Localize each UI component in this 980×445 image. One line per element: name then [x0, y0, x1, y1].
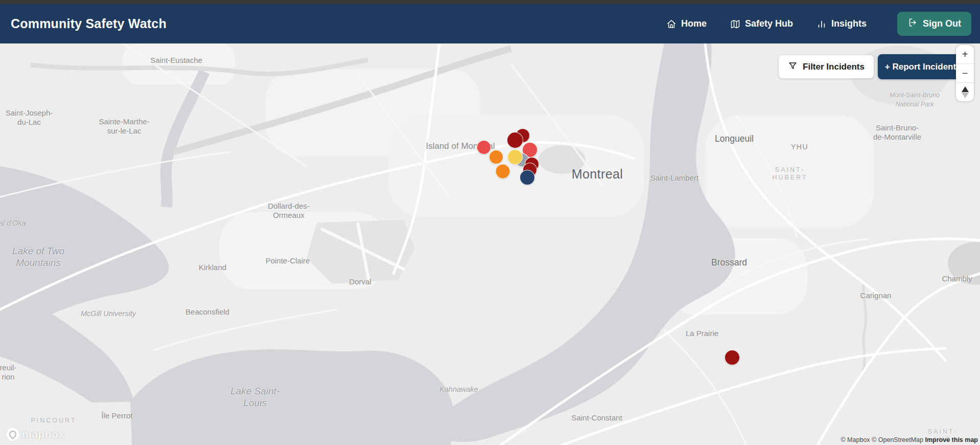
incident-marker[interactable] — [477, 140, 491, 154]
mapbox-logo[interactable]: mapbox — [6, 428, 65, 441]
logout-icon — [907, 17, 918, 30]
incident-marker[interactable] — [520, 170, 535, 185]
nav-label-safety-hub: Safety Hub — [745, 18, 793, 29]
incident-marker[interactable] — [489, 150, 503, 164]
nav-label-home: Home — [681, 18, 707, 29]
app-header: Community Safety Watch Home Safety Hub — [0, 4, 980, 43]
map-tiles — [0, 43, 980, 445]
compass-needle-icon — [962, 86, 969, 98]
compass-button[interactable] — [956, 82, 974, 101]
nav-label-insights: Insights — [831, 18, 867, 29]
map-canvas[interactable]: Saint-EustacheSaint-Joseph- du-LacSainte… — [0, 43, 980, 445]
filter-incidents-label: Filter Incidents — [803, 62, 865, 72]
map-navigation-control: + − — [956, 45, 974, 101]
incident-marker[interactable] — [496, 164, 510, 179]
incident-marker[interactable] — [725, 350, 740, 365]
sign-out-button[interactable]: Sign Out — [897, 12, 971, 36]
report-incident-button[interactable]: + Report Incident — [878, 54, 963, 79]
page-title: Community Safety Watch — [11, 16, 167, 31]
nav-item-safety-hub[interactable]: Safety Hub — [730, 18, 793, 29]
nav-item-home[interactable]: Home — [666, 18, 707, 29]
incident-marker[interactable] — [507, 132, 523, 148]
zoom-in-button[interactable]: + — [956, 45, 974, 63]
funnel-icon — [788, 61, 798, 73]
bar-chart-icon — [816, 19, 827, 29]
attribution-mapbox-link[interactable]: © Mapbox — [841, 436, 870, 443]
filter-incidents-button[interactable]: Filter Incidents — [779, 55, 874, 78]
map-attribution: © Mapbox © OpenStreetMap Improve this ma… — [841, 436, 978, 443]
sign-out-label: Sign Out — [923, 18, 961, 29]
zoom-out-button[interactable]: − — [956, 63, 974, 82]
nav-item-insights[interactable]: Insights — [816, 18, 867, 29]
window-top-strip — [0, 0, 980, 4]
map-icon — [730, 19, 740, 29]
home-icon — [666, 19, 676, 29]
attribution-osm-link[interactable]: © OpenStreetMap — [872, 436, 923, 443]
mapbox-wordmark: mapbox — [22, 428, 65, 440]
incident-marker[interactable] — [507, 149, 523, 165]
main-nav: Home Safety Hub Insights — [666, 12, 971, 36]
improve-this-map-link[interactable]: Improve this map — [925, 436, 978, 443]
mapbox-pin-icon — [6, 428, 19, 441]
